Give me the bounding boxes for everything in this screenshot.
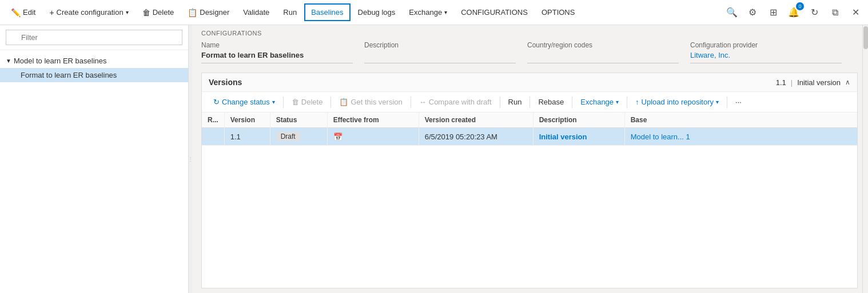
versions-title: Versions <box>209 78 242 87</box>
toolbar-sep-6 <box>572 97 572 108</box>
base-link[interactable]: Model to learn... 1 <box>631 133 690 141</box>
nav-baselines-label: Baselines <box>311 8 343 17</box>
col-header-version-created: Version created <box>419 113 533 128</box>
change-status-label: Change status <box>222 98 270 106</box>
nav-exchange[interactable]: Exchange ▾ <box>403 4 453 21</box>
nav-options[interactable]: OPTIONS <box>535 4 582 21</box>
restore-icon[interactable]: ⧉ <box>827 5 843 21</box>
versions-table: R... Version Status Effective from Versi… <box>202 113 857 146</box>
refresh-icon[interactable]: ↻ <box>806 5 822 21</box>
cell-base: Model to learn... 1 <box>624 128 857 146</box>
filter-area: 🔍 <box>0 25 188 50</box>
filter-input[interactable] <box>6 30 182 45</box>
compare-draft-button[interactable]: ↔ Compare with draft <box>415 95 496 109</box>
upload-repository-button[interactable]: ↑ Upload into repository ▾ <box>631 95 723 109</box>
field-provider: Configuration provider Litware, Inc. <box>690 41 853 63</box>
windows-icon[interactable]: ⊞ <box>765 5 781 21</box>
exchange-label: Exchange <box>580 98 614 106</box>
more-button[interactable]: ··· <box>731 95 746 109</box>
nav-designer[interactable]: 📋 Designer <box>181 4 236 21</box>
vertical-scrollbar[interactable] <box>862 25 868 293</box>
field-country-label: Country/region codes <box>527 41 679 49</box>
nav-debuglogs-label: Debug logs <box>358 8 396 17</box>
table-row[interactable]: 1.1 Draft 📅 6/5/2019 05:20:23 AM Initial… <box>202 128 857 146</box>
run-label: Run <box>508 98 522 106</box>
cell-effective-from: 📅 <box>327 128 419 146</box>
exchange-button[interactable]: Exchange ▾ <box>576 95 623 109</box>
toolbar-sep-1 <box>283 97 284 108</box>
designer-icon: 📋 <box>188 8 197 17</box>
toolbar-sep-8 <box>727 97 727 108</box>
nav-edit[interactable]: ✏️ Edit <box>5 4 42 21</box>
nav-debug-logs[interactable]: Debug logs <box>352 4 402 21</box>
status-badge: Draft <box>276 132 300 141</box>
toolbar-sep-4 <box>500 97 500 108</box>
cell-version: 1.1 <box>224 128 270 146</box>
versions-panel-header: Versions 1.1 | Initial version ∧ <box>202 73 857 92</box>
section-label: CONFIGURATIONS <box>201 30 853 37</box>
scroll-thumb[interactable] <box>863 26 868 49</box>
nav-designer-label: Designer <box>200 8 229 17</box>
nav-create-label: Create configuration <box>57 8 124 17</box>
versions-toolbar: ↻ Change status ▾ 🗑 Delete 📋 Get this ve… <box>202 92 857 113</box>
main-layout: 🔍 ▼ Model to learn ER baselines Format t… <box>0 25 868 293</box>
nav-baselines[interactable]: Baselines <box>304 3 350 21</box>
nav-validate[interactable]: Validate <box>237 4 276 21</box>
content-area: CONFIGURATIONS Name Format to learn ER b… <box>192 25 862 293</box>
versions-delete-button[interactable]: 🗑 Delete <box>287 95 328 109</box>
configurations-header: CONFIGURATIONS Name Format to learn ER b… <box>192 25 862 68</box>
collapse-icon[interactable]: ∧ <box>845 78 850 86</box>
nav-configurations-label: CONFIGURATIONS <box>461 8 528 17</box>
upload-dropdown-icon: ▾ <box>716 99 719 105</box>
config-fields: Name Format to learn ER baselines Descri… <box>201 41 853 68</box>
versions-table-container: R... Version Status Effective from Versi… <box>202 113 857 288</box>
tree-item-format[interactable]: Format to learn ER baselines <box>0 68 188 82</box>
cell-version-created: 6/5/2019 05:20:23 AM <box>419 128 533 146</box>
plus-icon: + <box>49 8 54 17</box>
notification-count: 0 <box>796 2 804 10</box>
run-button[interactable]: Run <box>504 95 527 109</box>
field-country-value <box>527 51 679 63</box>
nav-create-configuration[interactable]: + Create configuration ▾ <box>43 4 134 21</box>
field-provider-value[interactable]: Litware, Inc. <box>690 51 842 63</box>
field-provider-label: Configuration provider <box>690 41 842 49</box>
upload-label: Upload into repository <box>642 98 714 106</box>
exchange-dropdown-icon: ▾ <box>616 99 619 105</box>
get-version-icon: 📋 <box>339 98 348 106</box>
filter-wrapper: 🔍 <box>6 30 182 45</box>
change-status-button[interactable]: ↻ Change status ▾ <box>209 95 280 109</box>
search-icon[interactable]: 🔍 <box>724 5 740 21</box>
compare-draft-label: Compare with draft <box>429 98 492 106</box>
cell-status: Draft <box>270 128 327 146</box>
delete-icon: 🗑 <box>142 8 150 17</box>
col-header-description: Description <box>533 113 624 128</box>
nav-run[interactable]: Run <box>277 4 303 21</box>
sidebar: 🔍 ▼ Model to learn ER baselines Format t… <box>0 25 189 293</box>
tree-area: ▼ Model to learn ER baselines Format to … <box>0 50 188 293</box>
chevron-down-icon: ▾ <box>444 9 447 15</box>
field-description: Description <box>364 41 527 63</box>
nav-edit-label: Edit <box>23 8 35 17</box>
settings-icon[interactable]: ⚙ <box>744 5 761 21</box>
field-description-value <box>364 51 516 63</box>
versions-panel: Versions 1.1 | Initial version ∧ ↻ Chang… <box>201 73 858 288</box>
close-icon[interactable]: ✕ <box>847 5 863 21</box>
rebase-button[interactable]: Rebase <box>533 95 568 109</box>
nav-delete[interactable]: 🗑 Delete <box>136 4 181 21</box>
rebase-label: Rebase <box>538 98 564 106</box>
col-header-version: Version <box>224 113 270 128</box>
change-status-icon: ↻ <box>213 98 220 106</box>
nav-options-label: OPTIONS <box>541 8 575 17</box>
toolbar-sep-2 <box>331 97 331 108</box>
get-this-version-button[interactable]: 📋 Get this version <box>335 95 407 109</box>
nav-validate-label: Validate <box>243 8 269 17</box>
notification-bell[interactable]: 🔔 0 <box>786 5 802 21</box>
field-country-region: Country/region codes <box>527 41 690 63</box>
tree-item-model[interactable]: ▼ Model to learn ER baselines <box>0 54 188 68</box>
get-version-label: Get this version <box>351 98 402 106</box>
nav-configurations[interactable]: CONFIGURATIONS <box>455 4 534 21</box>
field-name: Name Format to learn ER baselines <box>201 41 364 63</box>
more-label: ··· <box>735 98 742 106</box>
col-header-r: R... <box>202 113 224 128</box>
calendar-icon[interactable]: 📅 <box>333 133 343 141</box>
